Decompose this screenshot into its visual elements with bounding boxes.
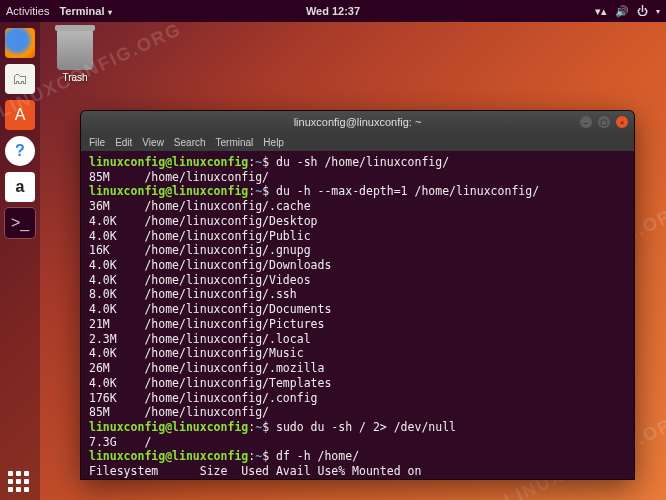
clock[interactable]: Wed 12:37 xyxy=(306,5,360,17)
trash-label: Trash xyxy=(50,72,100,83)
network-icon[interactable]: ▾▴ xyxy=(595,5,607,18)
menu-terminal[interactable]: Terminal xyxy=(216,137,254,148)
launcher-dock: 🗂 A ? a >_ xyxy=(0,22,40,500)
trash-desktop-icon[interactable]: Trash xyxy=(50,30,100,83)
files-icon[interactable]: 🗂 xyxy=(5,64,35,94)
show-applications-icon[interactable] xyxy=(8,471,29,492)
help-icon[interactable]: ? xyxy=(5,136,35,166)
terminal-menubar: File Edit View Search Terminal Help xyxy=(81,133,634,151)
tray-menu-icon[interactable]: ▾ xyxy=(656,7,660,16)
amazon-icon[interactable]: a xyxy=(5,172,35,202)
close-button[interactable]: × xyxy=(616,116,628,128)
menu-help[interactable]: Help xyxy=(263,137,284,148)
menu-search[interactable]: Search xyxy=(174,137,206,148)
terminal-window: linuxconfig@linuxconfig: ~ – ▢ × File Ed… xyxy=(80,110,635,480)
minimize-button[interactable]: – xyxy=(580,116,592,128)
terminal-icon[interactable]: >_ xyxy=(5,208,35,238)
maximize-button[interactable]: ▢ xyxy=(598,116,610,128)
top-panel: Activities Terminal ▾ Wed 12:37 ▾▴ 🔊 ⏻ ▾ xyxy=(0,0,666,22)
terminal-output[interactable]: linuxconfig@linuxconfig:~$ du -sh /home/… xyxy=(81,151,634,479)
menu-edit[interactable]: Edit xyxy=(115,137,132,148)
window-title: linuxconfig@linuxconfig: ~ xyxy=(294,116,422,128)
volume-icon[interactable]: 🔊 xyxy=(615,5,629,18)
trash-icon xyxy=(57,30,93,70)
focused-app-menu[interactable]: Terminal ▾ xyxy=(59,5,111,17)
firefox-icon[interactable] xyxy=(5,28,35,58)
menu-file[interactable]: File xyxy=(89,137,105,148)
menu-view[interactable]: View xyxy=(142,137,164,148)
software-icon[interactable]: A xyxy=(5,100,35,130)
power-icon[interactable]: ⏻ xyxy=(637,5,648,17)
system-tray[interactable]: ▾▴ 🔊 ⏻ ▾ xyxy=(595,5,660,18)
activities-button[interactable]: Activities xyxy=(6,5,49,17)
window-titlebar[interactable]: linuxconfig@linuxconfig: ~ – ▢ × xyxy=(81,111,634,133)
